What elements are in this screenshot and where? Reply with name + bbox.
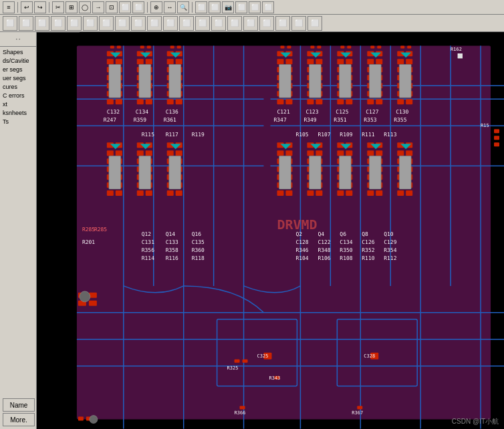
svg-text:C126: C126: [362, 239, 374, 245]
svg-rect-292: [177, 45, 181, 48]
tb-btn-14[interactable]: ⬜: [211, 16, 226, 31]
more-button[interactable]: More.: [3, 413, 35, 426]
svg-text:R201: R201: [82, 239, 95, 245]
zoom-icon[interactable]: 🔍: [177, 1, 189, 13]
svg-rect-259: [309, 64, 321, 98]
svg-rect-381: [89, 301, 97, 306]
svg-rect-293: [280, 45, 284, 48]
svg-text:DRVMD: DRVMD: [277, 217, 317, 233]
redo-icon[interactable]: ↪: [34, 1, 46, 13]
add-icon[interactable]: ⊕: [150, 1, 162, 13]
svg-rect-388: [494, 129, 499, 133]
tb-btn-18[interactable]: ⬜: [275, 16, 290, 31]
sidebar-item-cures[interactable]: cures: [1, 83, 35, 91]
tb-btn-10[interactable]: ⬜: [147, 16, 162, 31]
sidebar-item-inner-segs[interactable]: er segs: [1, 65, 35, 74]
svg-rect-269: [369, 156, 381, 189]
menu-icon[interactable]: ≡: [3, 1, 15, 13]
svg-rect-100: [316, 99, 322, 104]
svg-rect-240: [376, 190, 382, 196]
rect-icon[interactable]: ⬜: [119, 1, 131, 13]
sidebar-item-ts[interactable]: Ts: [1, 118, 35, 126]
sidebar-item-text[interactable]: xt: [1, 100, 35, 108]
svg-rect-244: [406, 150, 412, 156]
sidebar-item-worksheets[interactable]: ksnheets: [1, 109, 35, 117]
tb-btn-2[interactable]: ⬜: [19, 16, 33, 31]
svg-rect-155: [107, 190, 114, 196]
svg-rect-173: [167, 150, 174, 156]
separator: [192, 2, 193, 13]
svg-rect-169: [137, 190, 144, 196]
svg-text:C125: C125: [336, 109, 348, 115]
svg-rect-34: [116, 59, 122, 64]
tool6-icon[interactable]: ⬜: [262, 1, 274, 13]
svg-rect-287: [110, 45, 114, 48]
svg-text:R247: R247: [104, 117, 116, 123]
arrow-icon[interactable]: →: [92, 1, 104, 13]
tb-btn-12[interactable]: ⬜: [179, 16, 194, 31]
tb-btn-9[interactable]: ⬜: [131, 16, 146, 31]
tb-btn-13[interactable]: ⬜: [195, 16, 210, 31]
cut-icon[interactable]: ✂: [52, 1, 64, 13]
tb-btn-11[interactable]: ⬜: [163, 16, 178, 31]
circle-icon[interactable]: ◯: [79, 1, 91, 13]
svg-text:C121: C121: [277, 109, 289, 115]
svg-text:C135: C135: [192, 239, 205, 245]
svg-text:R343: R343: [269, 376, 281, 381]
svg-rect-145: [107, 150, 114, 156]
undo-icon[interactable]: ↩: [21, 1, 33, 13]
tool5-icon[interactable]: ⬜: [249, 1, 261, 13]
tb-btn-17[interactable]: ⬜: [259, 16, 274, 31]
svg-text:R350: R350: [340, 247, 352, 253]
svg-rect-225: [337, 190, 344, 196]
main-area: · · Shapes ds/Cavitie er segs uer segs c…: [0, 32, 504, 429]
svg-text:R285: R285: [94, 227, 107, 233]
svg-text:R367: R367: [352, 410, 363, 416]
svg-text:R119: R119: [192, 132, 205, 138]
tb-btn-8[interactable]: ⬜: [115, 16, 130, 31]
tb-btn-16[interactable]: ⬜: [243, 16, 258, 31]
sidebar-item-outer-segs[interactable]: uer segs: [1, 74, 35, 82]
svg-text:R358: R358: [166, 247, 178, 253]
sidebar-item-drc[interactable]: C errors: [1, 92, 35, 100]
svg-rect-389: [494, 136, 499, 140]
tb-btn-19[interactable]: ⬜: [291, 16, 306, 31]
pcb-canvas[interactable]: DNV·L · ×: [37, 32, 504, 429]
svg-rect-370: [240, 406, 245, 410]
svg-rect-256: [139, 64, 151, 98]
svg-rect-146: [116, 150, 122, 156]
tb-btn-4[interactable]: ⬜: [51, 16, 66, 31]
svg-text:R347: R347: [273, 117, 286, 123]
name-button[interactable]: Name: [3, 398, 35, 412]
tool4-icon[interactable]: ⬜: [235, 1, 247, 13]
tool2-icon[interactable]: ⬜: [209, 1, 221, 13]
tb-btn-3[interactable]: ⬜: [35, 16, 49, 31]
tb-btn-7[interactable]: ⬜: [99, 16, 114, 31]
tb-btn-6[interactable]: ⬜: [83, 16, 98, 31]
svg-rect-270: [399, 156, 411, 189]
svg-rect-216: [346, 150, 352, 156]
tool3-icon[interactable]: 📷: [222, 1, 234, 13]
hflip-icon[interactable]: ↔: [164, 1, 176, 13]
sidebar-item-cavities[interactable]: ds/Cavitie: [1, 57, 35, 65]
svg-rect-118: [376, 59, 382, 64]
sidebar-item-shapes[interactable]: Shapes: [1, 48, 35, 56]
tb-btn-5[interactable]: ⬜: [67, 16, 82, 31]
tb-btn-15[interactable]: ⬜: [227, 16, 242, 31]
tool1-icon[interactable]: ⬜: [195, 1, 207, 13]
grid-icon[interactable]: ⊡: [106, 1, 118, 13]
svg-rect-57: [137, 99, 144, 104]
tb-btn-20[interactable]: ⬜: [307, 16, 322, 31]
svg-rect-44: [116, 99, 122, 104]
copy-icon[interactable]: ⊞: [66, 1, 78, 13]
svg-rect-265: [169, 156, 181, 189]
svg-rect-47: [137, 59, 144, 64]
svg-text:R113: R113: [384, 132, 396, 138]
svg-text:R117: R117: [166, 132, 178, 138]
svg-rect-201: [307, 150, 313, 156]
svg-rect-58: [146, 99, 152, 104]
tb-btn-1[interactable]: ⬜: [3, 16, 17, 31]
svg-rect-291: [170, 45, 174, 48]
svg-rect-243: [397, 150, 404, 156]
rect2-icon[interactable]: ⬜: [132, 1, 144, 13]
